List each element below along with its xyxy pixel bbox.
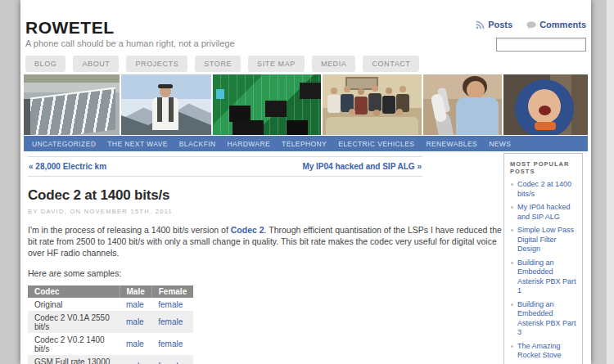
sample-male-link[interactable]: male [126,300,144,309]
posts-label: Posts [488,20,512,29]
photo-laughing-baby [503,74,588,135]
photo-hiker-mountains [121,74,211,135]
category-electric-vehicles[interactable]: ELECTRIC VEHICLES [338,140,414,148]
col-codec: Codec [28,285,120,298]
table-row: GSM Full rate 13000 bit/s male female [28,355,193,364]
post-byline: BY DAVID, ON NOVEMBER 15TH, 2011 [28,208,503,215]
bullet-icon [511,303,513,306]
header-photo-strip [24,74,588,135]
list-item: Simple Low Pass Digital Filter Design [510,226,576,254]
table-row: Codec 2 V0.2 1400 bit/s male female [28,333,193,355]
category-renewables[interactable]: RENEWABLES [426,140,477,148]
rss-icon [476,20,485,31]
nav-contact[interactable]: CONTACT [363,56,419,72]
list-item: Building an Embedded Asterisk PBX Part 1 [510,258,576,296]
popular-post-link[interactable]: Simple Low Pass Digital Filter Design [517,226,574,253]
list-item: Codec 2 at 1400 bits/s [510,180,576,199]
category-blackfin[interactable]: BLACKFIN [179,140,216,148]
photo-solar-panels [24,74,120,135]
col-male: Male [120,285,151,298]
codec2-link[interactable]: Codec 2 [231,225,264,235]
nav-site-map[interactable]: SITE MAP [248,56,305,72]
content-area: « 28,000 Electric km My IP04 hacked and … [24,151,588,364]
header-meta: Posts Comments [464,20,586,52]
popular-post-link[interactable]: Building an Embedded Asterisk PBX Part 3 [517,300,576,337]
list-item: The Amazing Rocket Stove [510,342,576,361]
post-paragraph-1: I'm in the process of releasing a 1400 b… [28,224,503,258]
nav-projects[interactable]: PROJECTS [126,56,187,72]
page-background-strip [607,0,614,364]
photo-circuit-board [213,74,321,135]
prev-post-link[interactable]: « 28,000 Electric km [29,162,106,171]
nav-about[interactable]: ABOUT [73,56,119,72]
page-container: ROWETEL A phone call should be a human r… [20,0,591,364]
samples-intro: Here are some samples: [28,267,503,279]
table-row: Codec 2 V0.1A 2550 bit/s male female [28,311,193,333]
comments-label: Comments [540,20,586,29]
col-female: Female [151,285,193,298]
sample-male-link[interactable]: male [126,317,144,326]
category-news[interactable]: NEWS [489,140,511,148]
sample-female-link[interactable]: female [158,300,183,309]
nav-store[interactable]: STORE [195,56,241,72]
photo-woman-microscope [423,74,502,135]
main-column: « 28,000 Electric km My IP04 hacked and … [28,156,503,364]
comments-feed-link[interactable]: Comments [526,20,586,29]
sample-female-link[interactable]: female [158,339,183,348]
popular-post-link[interactable]: Codec 2 at 1400 bits/s [517,180,571,198]
post-title: Codec 2 at 1400 bits/s [28,187,503,204]
comment-bubble-icon [526,21,536,31]
masthead: ROWETEL A phone call should be a human r… [24,0,588,51]
category-hardware[interactable]: HARDWARE [228,140,270,148]
popular-post-link[interactable]: My IP04 hacked and SIP ALG [517,203,571,221]
sidebar: MOST POPULAR POSTS Codec 2 at 1400 bits/… [503,153,583,364]
sample-female-link[interactable]: female [158,317,183,326]
bullet-icon [511,206,513,209]
category-the-next-wave[interactable]: THE NEXT WAVE [107,140,168,148]
bullet-icon [511,262,513,264]
popular-posts-title: MOST POPULAR POSTS [510,160,576,175]
post-navigation: « 28,000 Electric km My IP04 hacked and … [28,156,422,177]
search-input[interactable] [496,38,586,52]
nav-media[interactable]: MEDIA [312,56,356,72]
category-bar: UNCATEGORIZED THE NEXT WAVE BLACKFIN HAR… [24,136,588,151]
bullet-icon [511,229,513,231]
most-popular-posts-box: MOST POPULAR POSTS Codec 2 at 1400 bits/… [503,153,583,364]
category-uncategorized[interactable]: UNCATEGORIZED [32,140,96,148]
popular-post-link[interactable]: Building an Embedded Asterisk PBX Part 1 [517,258,576,295]
sample-male-link[interactable]: male [126,339,144,348]
samples-table: Codec Male Female Original male female C… [28,285,193,364]
bullet-icon [511,345,513,348]
category-telephony[interactable]: TELEPHONY [282,140,327,148]
bullet-icon [511,183,513,186]
posts-feed-link[interactable]: Posts [476,20,512,29]
next-post-link[interactable]: My IP04 hacked and SIP ALG » [302,162,422,171]
photo-group-people [323,74,422,135]
top-navigation: BLOG ABOUT PROJECTS STORE SITE MAP MEDIA… [24,56,588,72]
list-item: My IP04 hacked and SIP ALG [510,203,576,222]
list-item: Building an Embedded Asterisk PBX Part 3 [510,300,576,338]
nav-blog[interactable]: BLOG [25,56,65,72]
table-header-row: Codec Male Female [28,285,193,298]
popular-post-link[interactable]: The Amazing Rocket Stove [517,342,562,360]
table-row: Original male female [28,298,193,311]
